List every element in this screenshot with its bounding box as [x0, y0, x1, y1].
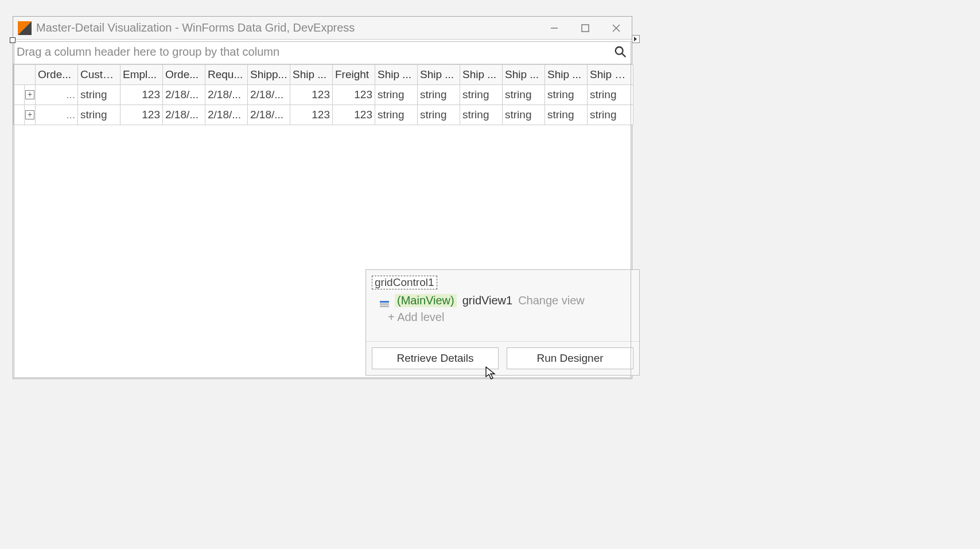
column-header[interactable]: Orde...: [163, 65, 205, 85]
resize-handle-left[interactable]: [10, 37, 15, 43]
column-header[interactable]: Ship ...: [418, 65, 460, 85]
cell[interactable]: string: [375, 105, 418, 125]
cell[interactable]: 2/18/...: [205, 105, 248, 125]
minimize-button[interactable]: [539, 17, 570, 39]
column-header[interactable]: Ship C...: [588, 65, 633, 85]
smart-tag-glyph[interactable]: [632, 35, 640, 43]
cell[interactable]: 123: [333, 85, 375, 105]
column-header[interactable]: Freight: [333, 65, 375, 85]
cell[interactable]: string: [460, 85, 503, 105]
expand-icon[interactable]: +: [25, 90, 34, 99]
column-header[interactable]: Shipp...: [248, 65, 290, 85]
change-view-link[interactable]: Change view: [518, 294, 585, 307]
svg-rect-9: [380, 303, 389, 305]
cell[interactable]: ...: [36, 85, 78, 105]
maximize-button[interactable]: [570, 17, 601, 39]
column-header[interactable]: Ship ...: [545, 65, 588, 85]
cell[interactable]: string: [545, 105, 588, 125]
column-header-row[interactable]: Orde... Custo... Empl... Orde... Requ...…: [14, 65, 633, 85]
cell[interactable]: string: [418, 85, 460, 105]
cell[interactable]: string: [418, 105, 460, 125]
row-indicator: +: [14, 85, 36, 105]
cell[interactable]: string: [78, 85, 120, 105]
column-header[interactable]: Ship ...: [503, 65, 545, 85]
titlebar: Master-Detail Visualization - WinForms D…: [13, 17, 632, 40]
cell[interactable]: string: [460, 105, 503, 125]
svg-rect-10: [380, 306, 389, 307]
cell[interactable]: 123: [120, 105, 163, 125]
data-grid[interactable]: Orde... Custo... Empl... Orde... Requ...…: [13, 64, 633, 125]
cell[interactable]: string: [588, 105, 633, 125]
grid-view-icon: [380, 297, 389, 304]
expand-icon[interactable]: +: [25, 110, 34, 119]
grid-control-node[interactable]: gridControl1: [372, 276, 437, 289]
column-header[interactable]: Empl...: [120, 65, 163, 85]
cell[interactable]: 123: [333, 105, 375, 125]
view-name[interactable]: gridView1: [462, 294, 512, 307]
cell[interactable]: string: [588, 85, 633, 105]
cell[interactable]: string: [545, 85, 588, 105]
cell[interactable]: 123: [290, 105, 333, 125]
cell[interactable]: string: [78, 105, 120, 125]
cell[interactable]: 2/18/...: [248, 85, 290, 105]
svg-rect-3: [582, 25, 589, 32]
cell[interactable]: 123: [290, 85, 333, 105]
app-window: Master-Detail Visualization - WinForms D…: [13, 16, 632, 379]
column-header[interactable]: Requ...: [205, 65, 248, 85]
add-level-link[interactable]: + Add level: [372, 311, 633, 324]
close-button[interactable]: [601, 17, 632, 39]
cell[interactable]: 2/18/...: [163, 105, 205, 125]
group-panel-hint: Drag a column header here to group by th…: [17, 45, 279, 59]
main-view-label: (MainView): [395, 294, 457, 307]
column-header[interactable]: Ship ...: [290, 65, 333, 85]
search-icon[interactable]: [609, 45, 632, 58]
table-row[interactable]: +...string1232/18/...2/18/...2/18/...123…: [14, 105, 633, 125]
table-row[interactable]: +...string1232/18/...2/18/...2/18/...123…: [14, 85, 633, 105]
window-title: Master-Detail Visualization - WinForms D…: [36, 21, 539, 34]
cell[interactable]: 2/18/...: [163, 85, 205, 105]
cell[interactable]: 2/18/...: [205, 85, 248, 105]
svg-point-6: [616, 47, 623, 55]
column-header[interactable]: Custo...: [78, 65, 120, 85]
level-designer-panel: gridControl1 (MainView) gridView1 Change…: [365, 269, 640, 376]
cell[interactable]: string: [375, 85, 418, 105]
column-header[interactable]: Ship ...: [375, 65, 418, 85]
retrieve-details-button[interactable]: Retrieve Details: [372, 347, 499, 369]
main-view-row[interactable]: (MainView) gridView1 Change view: [372, 294, 633, 307]
group-panel[interactable]: Drag a column header here to group by th…: [13, 40, 632, 64]
cell[interactable]: 123: [120, 85, 163, 105]
app-icon: [18, 21, 32, 35]
indicator-header: [14, 65, 36, 85]
svg-line-7: [622, 53, 625, 57]
cell[interactable]: 2/18/...: [248, 105, 290, 125]
column-header[interactable]: Orde...: [36, 65, 78, 85]
cell[interactable]: ...: [36, 105, 78, 125]
cell[interactable]: string: [503, 85, 545, 105]
cell[interactable]: string: [503, 105, 545, 125]
column-header[interactable]: Ship ...: [460, 65, 503, 85]
run-designer-button[interactable]: Run Designer: [507, 347, 633, 369]
svg-rect-8: [380, 301, 389, 303]
window-controls: [539, 17, 632, 39]
row-indicator: +: [14, 105, 36, 125]
